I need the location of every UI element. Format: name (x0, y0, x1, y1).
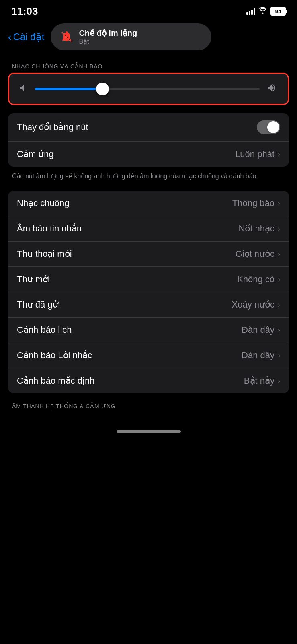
home-indicator-area (0, 413, 297, 437)
sound-settings-group: Nhạc chuông Thông báo › Âm báo tin nhắn … (8, 191, 289, 393)
status-bar: 11:03 94 (0, 0, 297, 20)
home-indicator (117, 430, 181, 433)
new-mail-label: Thư mới (17, 274, 50, 285)
sent-mail-label: Thư đã gửi (17, 299, 60, 310)
default-alert-label: Cảnh báo mặc định (17, 376, 94, 386)
silent-mode-status: Bật (79, 38, 137, 45)
volume-thumb[interactable] (96, 83, 109, 95)
wifi-icon (258, 7, 267, 16)
reminder-alert-row[interactable]: Cảnh báo Lời nhắc Đàn dây › (8, 343, 289, 368)
ringtone-section-label: NHẠC CHUÔNG VÀ CẢNH BÁO (0, 55, 297, 73)
ringtone-label: Nhạc chuông (17, 198, 69, 208)
bell-slash-icon (59, 30, 74, 44)
volume-track[interactable] (35, 88, 260, 90)
sent-mail-row[interactable]: Thư đã gửi Xoáy nước › (8, 292, 289, 318)
sent-mail-chevron-icon: › (278, 301, 280, 309)
toggle-thumb (267, 121, 279, 133)
haptics-chevron-icon: › (278, 150, 280, 159)
ringtone-chevron-icon: › (278, 199, 280, 208)
default-alert-chevron-icon: › (278, 377, 280, 385)
new-voicemail-row[interactable]: Thư thoại mới Giọt nước › (8, 242, 289, 267)
volume-high-icon (266, 83, 278, 95)
volume-info-text: Các nút âm lượng sẽ không ảnh hưởng đến … (0, 167, 297, 181)
message-sound-value: Nốt nhạc (238, 223, 274, 234)
calendar-alert-row[interactable]: Cảnh báo lịch Đàn dây › (8, 318, 289, 343)
default-alert-row[interactable]: Cảnh báo mặc định Bật nảy › (8, 368, 289, 393)
haptics-value-container: Luôn phát › (235, 149, 280, 159)
battery-icon: 94 (270, 7, 286, 16)
haptics-label: Cảm ứng (17, 149, 54, 159)
voicemail-chevron-icon: › (278, 250, 280, 258)
sent-mail-value: Xoáy nước (232, 299, 275, 310)
default-alert-value: Bật nảy (244, 376, 274, 386)
volume-settings-group: Thay đổi bằng nút Cảm ứng Luôn phát › (8, 113, 289, 167)
message-chevron-icon: › (278, 225, 280, 233)
new-mail-value: Không có (237, 274, 274, 285)
new-mail-row[interactable]: Thư mới Không có › (8, 267, 289, 292)
silent-mode-pill[interactable]: Chế độ im lặng Bật (51, 23, 211, 50)
back-chevron-icon: ‹ (8, 32, 12, 42)
volume-low-icon (19, 83, 29, 95)
message-sound-label: Âm báo tin nhắn (17, 223, 82, 234)
volume-slider-container (8, 73, 289, 105)
ringtone-row[interactable]: Nhạc chuông Thông báo › (8, 191, 289, 216)
calendar-alert-chevron-icon: › (278, 326, 280, 334)
silent-mode-text: Chế độ im lặng Bật (79, 28, 137, 45)
reminder-alert-label: Cảnh báo Lời nhắc (17, 350, 92, 361)
system-section-label: ÂM THANH HỆ THỐNG & CẢM ỨNG (0, 393, 297, 413)
silent-mode-title: Chế độ im lặng (79, 28, 137, 38)
ringtone-value: Thông báo (232, 198, 274, 208)
status-time: 11:03 (11, 5, 38, 18)
signal-icon (246, 8, 255, 15)
calendar-alert-label: Cảnh báo lịch (17, 325, 72, 335)
new-voicemail-label: Thư thoại mới (17, 249, 72, 259)
haptics-row[interactable]: Cảm ứng Luôn phát › (8, 142, 289, 167)
back-label: Cài đặt (13, 31, 45, 43)
status-icons: 94 (246, 7, 286, 16)
back-button[interactable]: ‹ Cài đặt (8, 31, 44, 43)
reminder-chevron-icon: › (278, 351, 280, 360)
change-by-button-row[interactable]: Thay đổi bằng nút (8, 113, 289, 142)
new-voicemail-value: Giọt nước (236, 249, 274, 259)
message-sound-row[interactable]: Âm báo tin nhắn Nốt nhạc › (8, 216, 289, 242)
calendar-alert-value: Đàn dây (242, 325, 274, 335)
toggle-container (257, 120, 280, 134)
haptics-value: Luôn phát (235, 149, 274, 159)
change-by-button-toggle[interactable] (257, 120, 280, 134)
new-mail-chevron-icon: › (278, 275, 280, 284)
reminder-alert-value: Đàn dây (242, 350, 274, 361)
nav-bar: ‹ Cài đặt Chế độ im lặng Bật (0, 20, 297, 55)
volume-fill (35, 88, 102, 90)
change-by-button-label: Thay đổi bằng nút (17, 122, 88, 132)
